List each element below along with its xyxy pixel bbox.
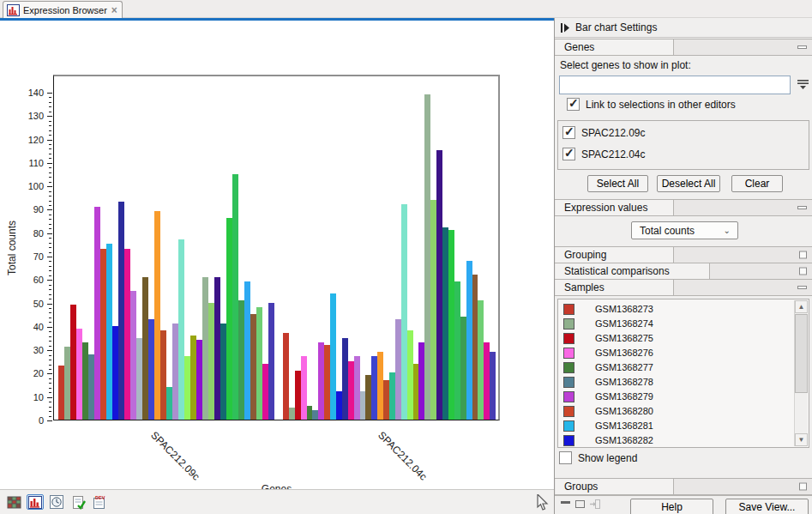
bar-SPAC212.04c-sample-1[interactable] [283,333,289,420]
clear-button[interactable]: Clear [731,175,783,192]
sample-color-swatch[interactable] [563,318,574,330]
section-statistical-comparisons-tab[interactable]: Statistical comparisons [556,263,710,279]
bar-SPAC212.04c-sample-7[interactable] [318,342,324,420]
bar-SPAC212.04c-sample-16[interactable] [371,356,377,420]
bar-SPAC212.09c-sample-10[interactable] [112,326,118,420]
bar-SPAC212.09c-sample-3[interactable] [70,305,76,420]
sample-row[interactable]: GSM1368275 [559,330,792,346]
sample-row[interactable]: GSM1368279 [559,389,792,404]
section-groups-tab[interactable]: Groups [556,479,674,494]
sample-color-swatch[interactable] [563,333,574,344]
expand-all-icon[interactable] [575,500,585,508]
table-view-icon[interactable] [5,494,22,510]
sample-color-swatch[interactable] [563,435,574,446]
bar-SPAC212.04c-sample-19[interactable] [389,372,395,420]
tab-expression-browser[interactable]: Expression Browser × [3,1,123,18]
section-samples-tab[interactable]: Samples [556,280,674,295]
bar-SPAC212.04c-sample-36[interactable] [490,352,496,420]
bar-SPAC212.09c-sample-26[interactable] [208,303,214,420]
bar-SPAC212.04c-sample-14[interactable] [360,391,366,420]
bar-SPAC212.04c-sample-30[interactable] [454,281,460,420]
bar-SPAC212.04c-sample-24[interactable] [418,342,424,420]
bar-SPAC212.09c-sample-16[interactable] [148,319,154,420]
bar-SPAC212.04c-sample-9[interactable] [330,293,336,420]
bar-SPAC212.04c-sample-13[interactable] [354,356,360,420]
bar-SPAC212.09c-sample-24[interactable] [196,340,202,420]
gene-checkbox-SPAC212.04c[interactable] [562,148,575,160]
bar-SPAC212.09c-sample-19[interactable] [166,387,172,420]
bar-SPAC212.09c-sample-4[interactable] [76,329,82,420]
bar-SPAC212.04c-sample-31[interactable] [460,317,466,420]
bar-SPAC212.04c-sample-2[interactable] [289,408,295,420]
report-view-icon[interactable] [70,494,87,510]
bar-SPAC212.09c-sample-1[interactable] [58,366,64,420]
bar-SPAC212.04c-sample-32[interactable] [466,261,472,420]
scrollbar-thumb[interactable] [795,314,808,393]
help-button[interactable]: Help [630,499,713,514]
sample-row[interactable]: GSM1368280 [559,403,792,419]
bar-SPAC212.09c-sample-17[interactable] [154,211,160,420]
bar-SPAC212.09c-sample-13[interactable] [130,291,136,420]
bar-SPAC212.04c-sample-4[interactable] [301,356,307,420]
collapse-sidebar-icon[interactable] [561,23,570,33]
bar-SPAC212.04c-sample-17[interactable] [377,352,383,420]
expand-icon[interactable] [799,483,807,491]
bar-SPAC212.09c-sample-2[interactable] [64,347,70,420]
bar-SPAC212.09c-sample-12[interactable] [124,249,130,420]
bar-SPAC212.04c-sample-8[interactable] [324,345,330,420]
bar-SPAC212.09c-sample-29[interactable] [226,218,232,420]
save-view-button[interactable]: Save View... [725,499,809,514]
bar-SPAC212.09c-sample-9[interactable] [106,244,112,420]
sample-row[interactable]: GSM1368281 [559,418,792,433]
deselect-all-button[interactable]: Deselect All [657,175,720,192]
section-grouping-tab[interactable]: Grouping [556,247,674,263]
bar-SPAC212.09c-sample-5[interactable] [82,342,88,420]
bar-SPAC212.09c-sample-27[interactable] [214,277,220,420]
bar-SPAC212.09c-sample-11[interactable] [118,202,124,420]
sample-color-swatch[interactable] [563,348,574,359]
sample-color-swatch[interactable] [563,420,574,432]
bar-SPAC212.04c-sample-18[interactable] [383,380,389,420]
bar-SPAC212.04c-sample-33[interactable] [472,275,478,420]
bar-SPAC212.04c-sample-35[interactable] [484,342,490,420]
bar-SPAC212.04c-sample-27[interactable] [436,150,442,420]
show-legend-checkbox[interactable] [559,451,572,464]
bar-SPAC212.09c-sample-35[interactable] [262,364,268,420]
sample-row[interactable]: GSM1368282 [559,432,792,448]
bar-SPAC212.09c-sample-22[interactable] [184,356,190,420]
link-selections-checkbox[interactable] [567,98,580,111]
gene-checkbox-SPAC212.09c[interactable] [562,126,575,139]
sample-color-swatch[interactable] [563,304,574,315]
scroll-up-icon[interactable]: ▲ [795,300,808,313]
sample-color-swatch[interactable] [563,377,574,388]
bar-SPAC212.04c-sample-3[interactable] [295,371,301,420]
select-all-button[interactable]: Select All [587,175,648,192]
minimize-icon[interactable] [797,286,807,289]
scroll-down-icon[interactable]: ▼ [795,433,808,446]
bar-SPAC212.04c-sample-12[interactable] [348,361,354,420]
sample-color-swatch[interactable] [563,406,574,417]
sample-color-swatch[interactable] [563,391,574,402]
bar-SPAC212.04c-sample-34[interactable] [478,300,484,420]
section-expression-values-tab[interactable]: Expression values [556,200,674,215]
bar-SPAC212.04c-sample-6[interactable] [312,410,318,420]
bar-SPAC212.04c-sample-25[interactable] [424,94,430,420]
bar-SPAC212.04c-sample-20[interactable] [395,319,401,420]
bar-SPAC212.09c-sample-14[interactable] [136,338,142,420]
bar-SPAC212.04c-sample-26[interactable] [430,200,436,420]
sample-row[interactable]: GSM1368278 [559,374,792,390]
section-genes-tab[interactable]: Genes [556,39,674,55]
bar-SPAC212.09c-sample-8[interactable] [100,249,106,420]
bar-SPAC212.09c-sample-15[interactable] [142,277,148,420]
sample-row[interactable]: GSM1368273 [559,301,792,317]
expand-icon[interactable] [799,268,807,275]
bar-SPAC212.09c-sample-25[interactable] [202,277,208,420]
sample-row[interactable]: GSM1368277 [559,360,792,375]
expand-icon[interactable] [799,251,807,259]
bar-SPAC212.04c-sample-29[interactable] [448,230,454,420]
minimize-icon[interactable] [797,45,807,49]
bar-SPAC212.04c-sample-23[interactable] [413,364,419,420]
bar-SPAC212.04c-sample-28[interactable] [442,227,448,420]
bar-SPAC212.09c-sample-36[interactable] [268,303,274,420]
expression-values-dropdown[interactable]: Total counts ⌄ [631,221,738,239]
